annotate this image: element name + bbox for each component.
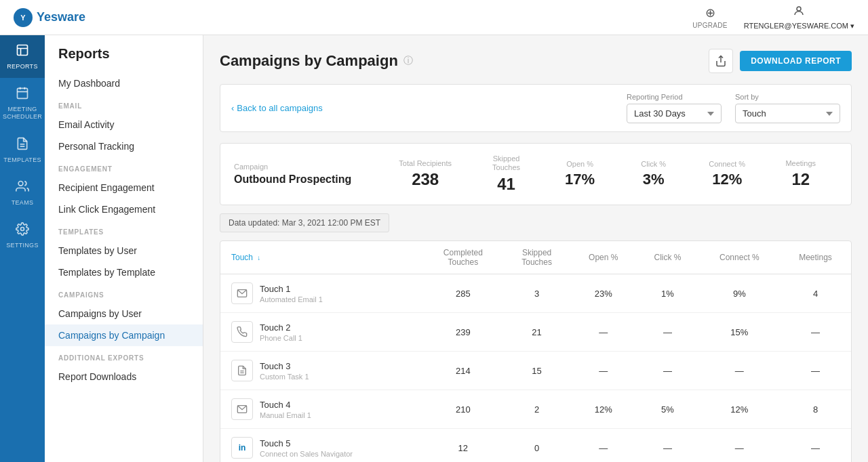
touches-table: Touch ↓ Completed Touches Skipped Touche…: [220, 241, 851, 462]
nav-section-engagement: ENGAGEMENT: [45, 157, 203, 177]
table-row: Touch 2 Phone Call 1 239 21 — — 15% —: [220, 313, 851, 352]
skipped-touches-cell: 2: [503, 390, 570, 429]
filters-row: ‹ Back to all campaigns Reporting Period…: [220, 84, 852, 132]
completed-touches-cell: 12: [423, 429, 503, 462]
table-row: Touch 3 Custom Task 1 214 15 — — — —: [220, 352, 851, 390]
touch-sub: Automated Email 1: [260, 295, 323, 303]
completed-touches-cell: 239: [423, 313, 503, 352]
touch-icon: [231, 398, 253, 420]
touch-sub: Custom Task 1: [260, 373, 309, 381]
nav-item-my-dashboard[interactable]: My Dashboard: [45, 72, 203, 94]
svg-point-7: [18, 181, 23, 186]
back-chevron-icon: ‹: [231, 103, 234, 113]
open-pct-cell: —: [570, 429, 636, 462]
nav-item-campaigns-by-campaign[interactable]: Campaigns by Campaign: [45, 324, 203, 346]
meetings-cell: —: [780, 313, 851, 352]
touch-icon: [231, 282, 253, 304]
sidebar-item-templates-label: TEMPLATES: [3, 156, 41, 163]
sidebar-item-settings[interactable]: SETTINGS: [0, 214, 45, 257]
settings-icon: [16, 222, 29, 239]
user-menu[interactable]: RTENGLER@YESWARE.COM ▾: [744, 5, 854, 30]
share-button[interactable]: [709, 49, 733, 73]
table-row: in Touch 5 Connect on Sales Navigator 12…: [220, 429, 851, 462]
nav-item-campaigns-by-user[interactable]: Campaigns by User: [45, 303, 203, 324]
completed-touches-cell: 210: [423, 390, 503, 429]
user-name: RTENGLER@YESWARE.COM ▾: [744, 22, 854, 30]
reporting-period-select[interactable]: Last 30 Days Last 7 Days Last 90 Days Al…: [627, 104, 722, 123]
touch-name: Touch 3: [260, 361, 309, 371]
back-to-campaigns-link[interactable]: ‹ Back to all campaigns: [231, 103, 323, 113]
touch-info: Touch 5 Connect on Sales Navigator: [260, 438, 353, 458]
meetings-cell: —: [780, 352, 851, 390]
sort-arrow-icon: ↓: [257, 254, 260, 261]
touch-name-cell: Touch 1 Automated Email 1: [220, 274, 423, 313]
sidebar-item-meeting-scheduler[interactable]: MEETINGSCHEDULER: [0, 78, 45, 129]
summary-meetings-col: Meetings 12: [764, 159, 837, 189]
summary-connect-pct-value: 12%: [712, 171, 742, 188]
nav-item-recipient-engagement[interactable]: Recipient Engagement: [45, 177, 203, 198]
table-row: Touch 1 Automated Email 1 285 3 23% 1% 9…: [220, 274, 851, 313]
upgrade-button[interactable]: ⊕ UPGRADE: [692, 5, 728, 29]
main-layout: REPORTS MEETINGSCHEDULER TEMPLATES: [0, 35, 868, 462]
open-pct-cell: —: [570, 313, 636, 352]
sidebar-item-settings-label: SETTINGS: [6, 242, 38, 249]
touch-name: Touch 2: [260, 322, 302, 333]
summary-total-recipients-col: Total Recipients 238: [381, 159, 469, 189]
meetings-cell: 8: [780, 390, 851, 429]
touch-icon: in: [231, 437, 253, 459]
col-touch[interactable]: Touch ↓: [220, 241, 423, 274]
nav-item-link-click-engagement[interactable]: Link Click Engagement: [45, 198, 203, 220]
logo-text: Yesware: [37, 10, 85, 24]
info-icon[interactable]: ⓘ: [403, 55, 413, 67]
touch-name: Touch 4: [260, 400, 311, 410]
sidebar-item-templates[interactable]: TEMPLATES: [0, 129, 45, 171]
user-icon: [793, 5, 805, 20]
table-container: Touch ↓ Completed Touches Skipped Touche…: [220, 240, 852, 462]
click-pct-cell: 5%: [636, 390, 698, 429]
summary-campaign-label: Campaign: [234, 163, 381, 171]
svg-text:Y: Y: [20, 14, 26, 22]
svg-point-2: [797, 7, 801, 11]
touch-name: Touch 1: [260, 284, 323, 294]
skipped-touches-cell: 0: [503, 429, 570, 462]
sidebar-item-teams[interactable]: TEAMS: [0, 171, 45, 214]
sidebar-item-reports-label: REPORTS: [7, 63, 37, 70]
page-title-row: Campaigns by Campaign ⓘ: [220, 52, 413, 70]
click-pct-cell: 1%: [636, 274, 698, 313]
touch-info: Touch 4 Manual Email 1: [260, 400, 311, 419]
connect-pct-cell: 15%: [699, 313, 780, 352]
top-nav: Y Yesware ⊕ UPGRADE RTENGLER@YESWARE.COM…: [0, 0, 868, 35]
summary-meetings-value: 12: [791, 170, 810, 189]
nav-item-templates-by-user[interactable]: Templates by User: [45, 240, 203, 261]
summary-click-pct-label: Click %: [641, 160, 666, 168]
nav-item-personal-tracking[interactable]: Personal Tracking: [45, 135, 203, 157]
col-connect-pct: Connect %: [699, 241, 780, 274]
summary-open-pct-label: Open %: [566, 160, 593, 168]
svg-rect-4: [18, 88, 28, 98]
sidebar-item-reports[interactable]: REPORTS: [0, 35, 45, 78]
nav-item-templates-by-template[interactable]: Templates by Template: [45, 261, 203, 283]
table-header: Touch ↓ Completed Touches Skipped Touche…: [220, 241, 851, 274]
skipped-touches-cell: 21: [503, 313, 570, 352]
meetings-cell: 4: [780, 274, 851, 313]
completed-touches-cell: 285: [423, 274, 503, 313]
summary-total-recipients-label: Total Recipients: [399, 159, 452, 167]
meeting-scheduler-icon: [16, 86, 29, 103]
nav-section-templates: TEMPLATES: [45, 220, 203, 240]
sidebar-item-teams-label: TEAMS: [12, 199, 34, 206]
table-row: Touch 4 Manual Email 1 210 2 12% 5% 12% …: [220, 390, 851, 429]
skipped-touches-cell: 3: [503, 274, 570, 313]
summary-meetings-label: Meetings: [785, 159, 816, 167]
connect-pct-cell: 12%: [699, 390, 780, 429]
touch-sub: Manual Email 1: [260, 411, 311, 419]
nav-section-email: EMAIL: [45, 94, 203, 114]
nav-item-report-downloads[interactable]: Report Downloads: [45, 366, 203, 387]
download-report-button[interactable]: DOWNLOAD REPORT: [740, 51, 852, 71]
svg-point-8: [21, 227, 24, 230]
open-pct-cell: —: [570, 352, 636, 390]
touch-name-cell: Touch 4 Manual Email 1: [220, 390, 423, 429]
touch-name-cell: in Touch 5 Connect on Sales Navigator: [220, 429, 423, 462]
nav-item-email-activity[interactable]: Email Activity: [45, 114, 203, 135]
sort-by-select[interactable]: Touch Completed Touches Skipped Touches …: [735, 104, 840, 123]
touch-sub: Connect on Sales Navigator: [260, 450, 353, 458]
